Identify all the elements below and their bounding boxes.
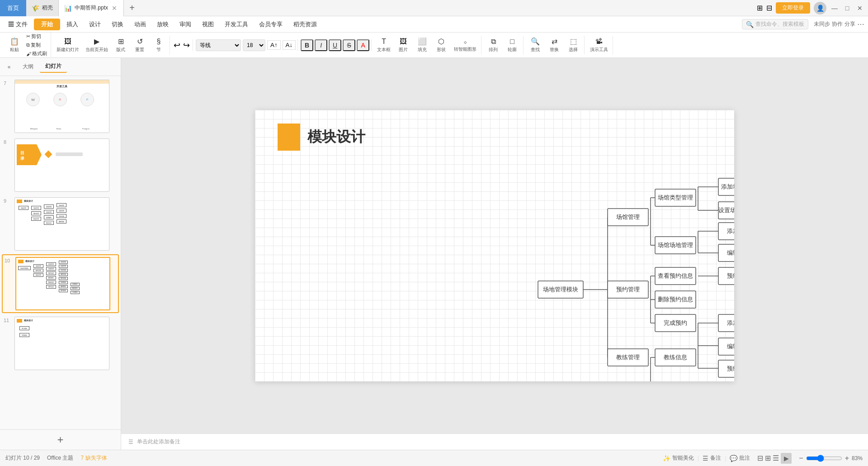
slide-title: 模块设计 [307, 127, 365, 147]
menu-review[interactable]: 审阅 [175, 19, 196, 30]
font-family-select[interactable]: 等线 [196, 39, 241, 51]
font-increase-button[interactable]: A↑ [267, 40, 281, 50]
minimize-button[interactable]: — [830, 4, 839, 13]
grid-icon-2[interactable]: ⊟ [766, 4, 772, 12]
bottombar: 幻灯片 10 / 29 Office 主题 7 缺失字体 ✨ 智能美化 | ☰ … [0, 450, 868, 466]
new-slide-button[interactable]: 🖼 新建幻灯片 [54, 36, 82, 54]
find-button[interactable]: 🔍 查找 [526, 36, 544, 54]
menu-insert[interactable]: 插入 [62, 19, 83, 30]
font-color-button[interactable]: A [357, 39, 369, 51]
theme-label: Office 主题 [47, 454, 73, 462]
register-button[interactable]: 立即登录 [776, 2, 810, 14]
ppt-tab[interactable]: 📊 中期答辩.pptx ✕ [59, 0, 124, 16]
collab-label[interactable]: 协作 [832, 20, 843, 28]
view-grid-icon[interactable]: ⊞ [765, 454, 771, 462]
format-brush-button[interactable]: 🖌 格式刷 [24, 50, 49, 57]
italic-button[interactable]: I [315, 39, 327, 51]
share-label[interactable]: 分享 [844, 20, 855, 28]
paste-button[interactable]: 📋 粘贴 [5, 36, 24, 54]
slide-item-11[interactable]: 11 模块设计 用户模块 管理模块 [2, 315, 119, 372]
collapse-button[interactable]: « [4, 62, 14, 72]
search-label: 查找命令、搜索模板 [755, 20, 804, 28]
tab-slides[interactable]: 幻灯片 [40, 61, 67, 73]
maximize-button[interactable]: □ [843, 4, 852, 13]
menu-transition[interactable]: 切换 [107, 19, 128, 30]
image-button[interactable]: 🖼 图片 [394, 36, 412, 54]
menu-file[interactable]: ☰ 文件 [4, 19, 32, 30]
notes-label[interactable]: 备注 [710, 454, 721, 462]
notes-icon-bottom: ☰ [703, 455, 708, 462]
shape-button[interactable]: ⬡ 形状 [432, 36, 450, 54]
cut-button[interactable]: ✂ 剪切 [24, 33, 49, 40]
smart-beautify-label[interactable]: 智能美化 [672, 454, 694, 462]
slide-thumb-7: 开发工具 W R P Webpack React Postgres [14, 80, 109, 133]
slide-panel: « 大纲 幻灯片 7 开发工具 W R P Webpack React Pos [0, 58, 121, 450]
more-menu-icon[interactable]: ⋯ [857, 20, 864, 29]
slide-canvas[interactable]: 模块设计 [121, 58, 868, 433]
arrange-button[interactable]: ⧉ 排列 [484, 36, 502, 54]
bold-button[interactable]: B [301, 39, 313, 51]
home-tab[interactable]: 首页 [0, 0, 26, 16]
search-icon: 🔍 [746, 21, 754, 28]
underline-button[interactable]: U [329, 39, 341, 51]
play-icon: ▶ [94, 37, 99, 46]
layout-icon: ⊞ [118, 37, 124, 46]
current-page-button[interactable]: ▶ 当前页开始 [83, 36, 111, 54]
redo-button[interactable]: ↪ [182, 39, 191, 51]
slide-number-7: 7 [4, 81, 12, 86]
select-button[interactable]: ⬚ 选择 [564, 36, 582, 54]
view-normal-icon[interactable]: ⊟ [757, 454, 763, 462]
fill-button[interactable]: ⬜ 填充 [413, 36, 431, 54]
slide-frame: 模块设计 [255, 110, 734, 381]
grid-icon-1[interactable]: ⊞ [757, 4, 763, 12]
menu-daoke[interactable]: 稻壳资源 [289, 19, 321, 30]
section-button[interactable]: § 节 [150, 36, 168, 54]
font-size-select[interactable]: 18 [243, 39, 265, 51]
zoom-out-button[interactable]: − [799, 454, 803, 462]
zoom-slider[interactable] [806, 455, 842, 462]
outline-button[interactable]: □ 轮廓 [503, 36, 521, 54]
font-missing-label[interactable]: 7 缺失字体 [81, 454, 107, 462]
comment-label[interactable]: 批注 [739, 454, 750, 462]
replace-button[interactable]: ⇄ 替换 [545, 36, 563, 54]
outline-icon: □ [510, 38, 514, 46]
smart-shape-button[interactable]: ⬦ 转智能图形 [451, 37, 479, 54]
daoke-tab[interactable]: 🌾 稻壳 [26, 0, 59, 16]
slide-item-9[interactable]: 9 模块设计 场地管理 场馆管理 预约管理 教练管理 类型管理 场地管理 查看预… [2, 195, 119, 252]
close-button[interactable]: ✕ [855, 4, 864, 13]
menu-devtools[interactable]: 开发工具 [220, 19, 253, 30]
slide-thumb-9: 模块设计 场地管理 场馆管理 预约管理 教练管理 类型管理 场地管理 查看预约 … [14, 197, 109, 251]
slide-item-10[interactable]: 10 模块设计 场地管理模块 场馆管理 预约管理 教练管理 类型管理 场地管理 … [2, 254, 119, 313]
layout-button[interactable]: ⊞ 版式 [112, 36, 130, 54]
present-tool-button[interactable]: 📽 演示工具 [587, 36, 611, 54]
user-avatar[interactable]: 👤 [814, 2, 826, 14]
slide-item-7[interactable]: 7 开发工具 W R P Webpack React Postgres [2, 78, 119, 135]
menu-start-button[interactable]: 开始 [34, 19, 60, 30]
undo-button[interactable]: ↩ [173, 39, 181, 51]
format-brush-icon: 🖌 [26, 51, 31, 57]
tab-outline[interactable]: 大纲 [17, 61, 39, 72]
reset-button[interactable]: ↺ 重置 [131, 36, 149, 54]
grid-background [255, 110, 734, 381]
font-decrease-button[interactable]: A↓ [283, 40, 296, 50]
copy-button[interactable]: ⧉ 复制 [24, 41, 49, 49]
slide-item-8[interactable]: 8 目 录 [2, 137, 119, 194]
menu-animation[interactable]: 动画 [130, 19, 151, 30]
strikethrough-button[interactable]: S [343, 39, 355, 51]
present-icon: 📽 [595, 38, 603, 46]
menu-slideshow[interactable]: 放映 [152, 19, 173, 30]
present-button[interactable]: ▶ [781, 453, 792, 464]
menu-view[interactable]: 视图 [198, 19, 218, 30]
add-slide-button[interactable]: + [57, 433, 63, 446]
view-list-icon[interactable]: ☰ [773, 454, 779, 462]
add-notes-label[interactable]: 单击此处添加备注 [137, 438, 180, 446]
slide-thumb-10: 模块设计 场地管理模块 场馆管理 预约管理 教练管理 类型管理 场地管理 预约信… [15, 257, 110, 310]
add-tab-button[interactable]: + [124, 0, 140, 16]
close-tab-icon[interactable]: ✕ [111, 5, 118, 12]
text-box-button[interactable]: T 文本框 [374, 36, 393, 54]
menu-vip[interactable]: 会员专享 [255, 19, 287, 30]
zoom-in-button[interactable]: + [845, 454, 849, 462]
menubar: ☰ 文件 开始 插入 设计 切换 动画 放映 审阅 视图 开发工具 会员专享 稻… [0, 16, 868, 33]
menu-design[interactable]: 设计 [85, 19, 105, 30]
zoom-control: − + 83% [799, 454, 863, 462]
